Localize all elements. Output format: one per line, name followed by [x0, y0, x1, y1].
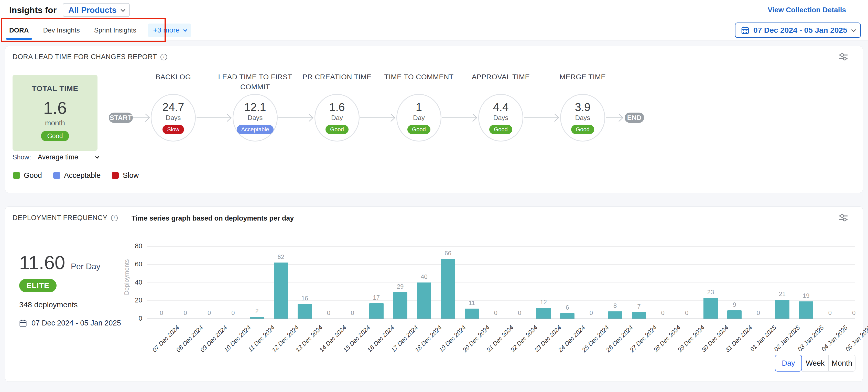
legend-swatch [112, 172, 119, 179]
x-axis-tick: 20 Dec 2024 [446, 324, 491, 369]
info-icon[interactable]: i [160, 54, 167, 60]
chevron-down-icon [851, 27, 856, 32]
bar[interactable] [560, 313, 575, 319]
date-range-picker[interactable]: 07 Dec 2024 - 05 Jan 2025 [735, 23, 861, 38]
dora-insights-dashboard: Insights for All Products View Collectio… [0, 0, 868, 392]
page-title: Insights for [9, 5, 57, 15]
bar[interactable] [441, 259, 455, 319]
legend-label: Acceptable [64, 171, 101, 180]
stage-label: TIME TO COMMENT [375, 72, 462, 82]
bar[interactable] [536, 308, 551, 319]
active-tab-underline [6, 38, 32, 40]
tab-dora[interactable]: DORA [8, 20, 30, 40]
bar[interactable] [465, 309, 479, 319]
show-metric-dropdown[interactable]: Show: Average time [12, 153, 98, 161]
lead-time-title-text: DORA LEAD TIME FOR CHANGES REPORT [12, 53, 157, 61]
bar[interactable] [298, 304, 312, 319]
bar-value-label: 0 [317, 309, 340, 316]
stage-status-badge: Acceptable [237, 125, 274, 134]
stage-label: MERGE TIME [539, 72, 626, 82]
info-icon[interactable]: i [111, 215, 118, 221]
deployment-rate-value: 11.60 [19, 252, 65, 274]
x-axis-tick: 15 Dec 2024 [327, 324, 372, 369]
chevron-down-icon [95, 155, 99, 159]
chart-title-text: Time series graph based on deployments p… [131, 214, 294, 222]
stage-node-time-to-comment[interactable]: 1DayGood [396, 94, 441, 142]
bar-value-label: 7 [627, 303, 650, 310]
bar-value-label: 40 [412, 273, 436, 280]
chevron-down-icon [121, 7, 125, 12]
stage-unit: Day [331, 114, 343, 122]
more-tabs-button[interactable]: +3 more [148, 24, 191, 37]
gridline [147, 246, 855, 247]
bar-value-label: 0 [484, 309, 507, 316]
bar-value-label: 0 [150, 309, 173, 316]
total-deployments: 348 deployments [19, 300, 78, 309]
bar[interactable] [632, 312, 646, 319]
tabs-bar: DORADev InsightsSprint Insights +3 more … [0, 20, 868, 40]
stage-node-approval-time[interactable]: 4.4DaysGood [478, 94, 523, 142]
bar-value-label: 66 [437, 250, 460, 257]
bar[interactable] [727, 310, 742, 319]
granularity-day-button[interactable]: Day [775, 355, 802, 371]
stage-node-merge-time[interactable]: 3.9DaysGood [560, 94, 605, 142]
stage-status-badge: Good [407, 125, 430, 134]
x-axis-tick: 13 Dec 2024 [279, 324, 324, 369]
x-axis-tick: 07 Dec 2024 [135, 324, 180, 369]
view-collection-details-link[interactable]: View Collection Details [768, 6, 846, 14]
stage-value: 1.6 [329, 101, 345, 113]
x-axis-tick: 12 Dec 2024 [255, 324, 300, 369]
bar[interactable] [608, 311, 622, 319]
deployment-date-range-value: 07 Dec 2024 - 05 Jan 2025 [31, 319, 121, 327]
x-axis-tick: 11 Dec 2024 [231, 324, 276, 369]
x-axis-tick: 24 Dec 2024 [542, 324, 587, 369]
bar-value-label: 6 [556, 304, 579, 311]
total-time-label: TOTAL TIME [32, 84, 78, 93]
bar[interactable] [417, 282, 431, 319]
bar-value-label: 0 [675, 309, 698, 316]
chart-settings-icon[interactable] [839, 53, 848, 61]
stage-value: 3.9 [575, 101, 590, 113]
stage-node-backlog[interactable]: 24.7DaysSlow [151, 94, 196, 142]
bar[interactable] [274, 263, 288, 319]
granularity-toggle: DayWeekMonth [775, 355, 856, 371]
x-axis-tick: 31 Dec 2024 [709, 324, 754, 369]
x-axis-tick: 26 Dec 2024 [589, 324, 634, 369]
granularity-week-button[interactable]: Week [802, 355, 829, 371]
stage-node-lead-time-to-first-commit[interactable]: 12.1DaysAcceptable [232, 94, 278, 142]
bar[interactable] [775, 300, 789, 319]
flow-start-node: START [109, 113, 133, 123]
granularity-month-button[interactable]: Month [828, 355, 856, 371]
bar-value-label: 11 [460, 299, 484, 306]
bar-value-label: 0 [651, 309, 674, 316]
x-axis-tick: 17 Dec 2024 [374, 324, 419, 369]
x-axis-tick: 25 Dec 2024 [565, 324, 610, 369]
bar-value-label: 0 [198, 309, 221, 316]
bar[interactable] [799, 301, 813, 319]
bar-value-label: 23 [699, 289, 722, 296]
x-axis-tick: 16 Dec 2024 [350, 324, 395, 369]
x-axis-tick: 22 Dec 2024 [494, 324, 539, 369]
bar[interactable] [704, 298, 718, 319]
product-selector-value: All Products [68, 5, 117, 15]
elite-tier-badge: ELITE [19, 279, 57, 292]
stage-unit: Day [413, 114, 425, 122]
chart-settings-icon[interactable] [839, 213, 848, 222]
tab-dev-insights[interactable]: Dev Insights [42, 20, 82, 40]
legend-swatch [53, 172, 60, 179]
tab-sprint-insights[interactable]: Sprint Insights [93, 20, 138, 40]
bar[interactable] [369, 303, 383, 319]
stage-status-badge: Good [489, 125, 512, 134]
bar-value-label: 0 [174, 309, 197, 316]
product-selector-dropdown[interactable]: All Products [63, 3, 129, 17]
calendar-icon [19, 319, 27, 327]
bar[interactable] [393, 292, 407, 319]
bar[interactable] [250, 317, 264, 319]
bar-value-label: 0 [222, 309, 245, 316]
stage-label: LEAD TIME TO FIRST COMMIT [212, 72, 299, 92]
stage-node-pr-creation-time[interactable]: 1.6DayGood [314, 94, 360, 142]
x-axis-tick: 21 Dec 2024 [470, 324, 515, 369]
bar-value-label: 0 [508, 309, 531, 316]
bar-value-label: 0 [341, 309, 364, 316]
stage-value: 12.1 [244, 101, 266, 113]
